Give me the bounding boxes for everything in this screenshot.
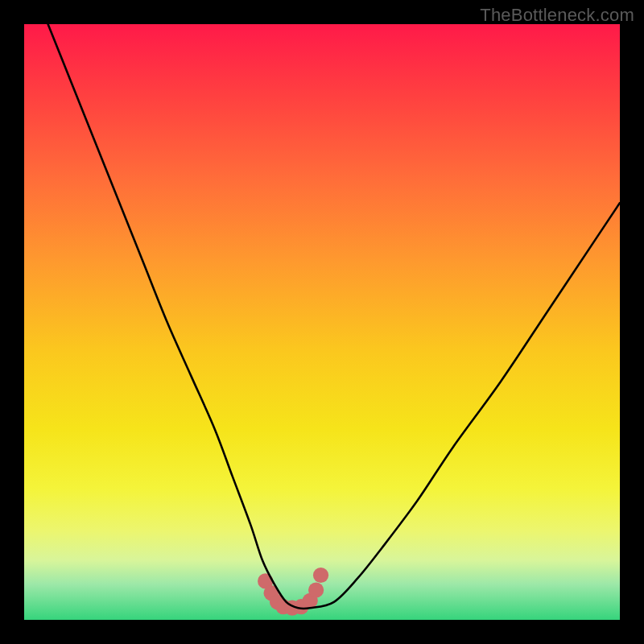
- marker-dot: [313, 568, 328, 583]
- bottleneck-curve: [48, 24, 620, 609]
- watermark-text: TheBottleneck.com: [480, 5, 634, 26]
- plot-area: [24, 24, 620, 620]
- chart-frame: TheBottleneck.com: [0, 0, 644, 644]
- marker-dot: [308, 582, 324, 597]
- chart-svg: [24, 24, 620, 620]
